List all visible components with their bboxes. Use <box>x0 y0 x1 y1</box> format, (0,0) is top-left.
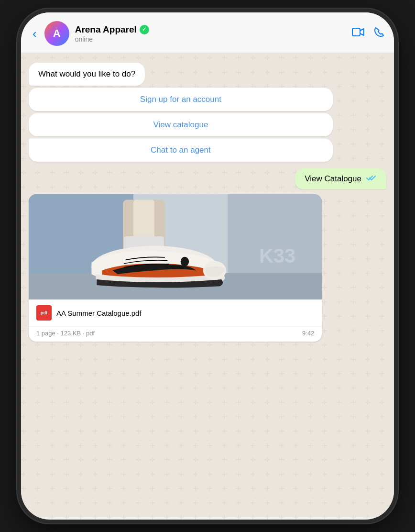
outgoing-message-group: View Catalogue <box>29 168 386 189</box>
video-call-icon[interactable] <box>352 27 364 40</box>
phone-frame: ‹ A Arena Apparel ✓ online <box>21 12 394 520</box>
option-agent-text: Chat to an agent <box>151 145 211 155</box>
avatar: A <box>44 21 69 46</box>
pdf-meta: pdf AA Summer Catalogue.pdf <box>29 299 322 327</box>
option-catalogue-text: View catalogue <box>153 120 208 129</box>
question-bubble: What would you like to do? <box>29 63 145 86</box>
outgoing-text: View Catalogue <box>305 174 361 184</box>
verified-check: ✓ <box>142 26 146 33</box>
pdf-time: 9:42 <box>302 330 314 337</box>
option-bubble-catalogue[interactable]: View catalogue <box>29 113 333 136</box>
contact-status: online <box>75 35 346 43</box>
pdf-icon: pdf <box>36 305 52 321</box>
back-button[interactable]: ‹ <box>31 26 39 41</box>
question-text: What would you like to do? <box>38 69 135 78</box>
pdf-details: 1 page · 123 KB · pdf <box>36 330 95 337</box>
pdf-card[interactable]: K33 <box>29 194 322 342</box>
incoming-message-group: What would you like to do? Sign up for a… <box>29 63 333 164</box>
option-signup-text: Sign up for an account <box>140 95 221 104</box>
pdf-footer: 1 page · 123 KB · pdf 9:42 <box>29 327 322 342</box>
chat-header: ‹ A Arena Apparel ✓ online <box>21 12 394 53</box>
option-bubble-agent[interactable]: Chat to an agent <box>29 138 333 162</box>
contact-name-text: Arena Apparel <box>75 24 137 35</box>
pdf-filename: AA Summer Catalogue.pdf <box>56 309 142 317</box>
header-icons <box>352 27 384 40</box>
pdf-label: pdf <box>41 310 47 315</box>
contact-name-row: Arena Apparel ✓ <box>75 24 346 35</box>
chat-area: What would you like to do? Sign up for a… <box>21 53 394 517</box>
phone-call-icon[interactable] <box>374 27 384 40</box>
contact-info: Arena Apparel ✓ online <box>75 24 346 43</box>
double-tick-icon <box>366 175 377 183</box>
svg-rect-0 <box>352 28 360 36</box>
svg-text:JORDAN: JORDAN <box>165 265 184 270</box>
outgoing-bubble: View Catalogue <box>295 168 386 189</box>
verified-badge: ✓ <box>140 25 149 34</box>
svg-text:K33: K33 <box>259 244 295 267</box>
pdf-thumbnail: K33 <box>29 194 322 299</box>
option-bubble-signup[interactable]: Sign up for an account <box>29 88 333 111</box>
